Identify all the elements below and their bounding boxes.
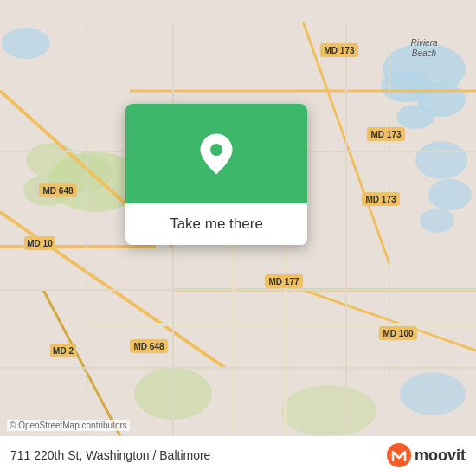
svg-point-5 — [415, 141, 467, 179]
svg-text:MD 173: MD 173 — [365, 195, 396, 204]
svg-point-11 — [400, 372, 466, 415]
svg-point-13 — [26, 143, 78, 177]
svg-text:MD 100: MD 100 — [383, 329, 413, 338]
svg-point-7 — [420, 209, 454, 233]
svg-text:MD 177: MD 177 — [268, 277, 299, 286]
svg-point-8 — [2, 28, 50, 59]
svg-point-15 — [281, 385, 376, 437]
svg-text:MD 648: MD 648 — [42, 186, 73, 196]
svg-text:MD 2: MD 2 — [53, 346, 74, 356]
svg-point-4 — [396, 105, 434, 129]
svg-point-54 — [210, 144, 222, 156]
moovit-label: moovit — [415, 447, 466, 465]
bottom-bar: 711 220th St, Washington / Baltimore moo… — [0, 435, 476, 476]
take-me-there-button[interactable]: Take me there — [125, 203, 307, 245]
svg-text:Riviera: Riviera — [410, 38, 438, 48]
svg-text:MD 173: MD 173 — [324, 46, 354, 55]
address-text: 711 220th St, Washington / Baltimore — [10, 448, 210, 462]
copyright-text: © OpenStreetMap contributors — [7, 420, 130, 431]
map-container: MD 173 MD 173 MD 173 MD 648 MD 10 MD 2 M… — [0, 0, 476, 476]
popup-green-area — [125, 104, 307, 203]
location-pin-icon — [193, 131, 240, 177]
moovit-brand-icon — [387, 443, 411, 467]
moovit-logo: moovit — [387, 443, 466, 467]
svg-text:MD 173: MD 173 — [370, 130, 401, 139]
svg-text:MD 10: MD 10 — [27, 239, 53, 248]
popup-card: Take me there — [125, 104, 307, 245]
svg-point-6 — [428, 179, 472, 210]
svg-text:MD 648: MD 648 — [133, 342, 164, 351]
svg-text:Beach: Beach — [412, 48, 437, 58]
svg-point-55 — [387, 443, 411, 467]
